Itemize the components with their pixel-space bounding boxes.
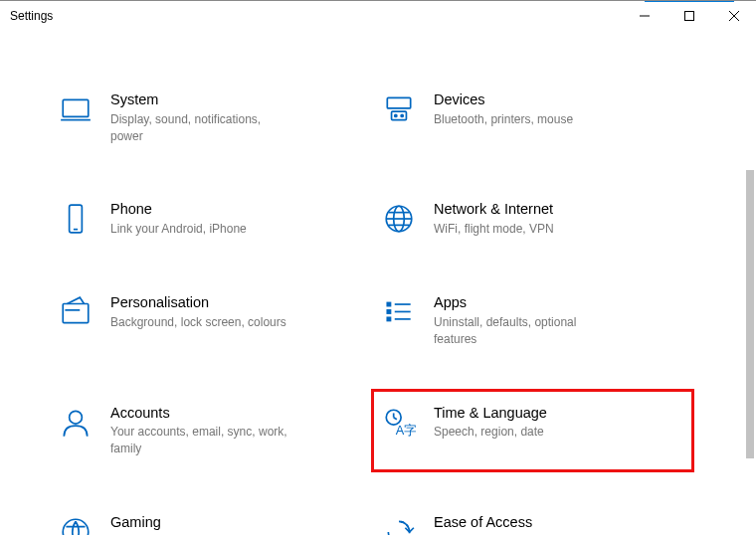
svg-text:A字: A字 <box>396 422 416 437</box>
tile-network[interactable]: Network & Internet WiFi, flight mode, VP… <box>376 190 689 248</box>
window-controls <box>622 1 756 31</box>
svg-rect-6 <box>387 97 410 108</box>
network-icon <box>382 202 416 236</box>
svg-rect-1 <box>684 12 693 21</box>
system-icon <box>59 92 93 126</box>
svg-rect-10 <box>70 206 83 234</box>
tile-personalisation[interactable]: Personalisation Background, lock screen,… <box>53 283 366 357</box>
ease-of-access-icon <box>382 515 416 535</box>
tile-desc: Display, sound, notifications, power <box>110 111 294 145</box>
titlebar: Settings <box>0 1 756 31</box>
accounts-icon <box>59 406 93 440</box>
tile-label: Personalisation <box>110 293 354 312</box>
time-language-icon: A字 <box>382 406 416 440</box>
tile-label: Devices <box>434 90 677 109</box>
svg-rect-4 <box>63 99 89 116</box>
devices-icon <box>382 92 416 126</box>
svg-line-28 <box>394 417 397 419</box>
settings-grid: System Display, sound, notifications, po… <box>53 81 689 535</box>
svg-rect-17 <box>63 304 89 323</box>
tile-label: Phone <box>110 200 354 219</box>
tile-label: Ease of Access <box>434 513 677 532</box>
tile-desc: WiFi, flight mode, VPN <box>434 221 618 238</box>
tile-desc: Your accounts, email, sync, work, family <box>110 424 294 457</box>
gaming-icon <box>59 515 93 535</box>
tile-desc: Background, lock screen, colours <box>110 314 294 331</box>
svg-point-9 <box>401 114 403 116</box>
svg-rect-23 <box>387 317 390 320</box>
svg-point-25 <box>70 411 83 424</box>
close-button[interactable] <box>711 1 756 31</box>
tile-label: Network & Internet <box>434 200 677 219</box>
settings-content: System Display, sound, notifications, po… <box>0 31 742 535</box>
phone-icon <box>59 202 93 236</box>
tile-desc: Link your Android, iPhone <box>110 221 294 238</box>
svg-point-8 <box>395 114 397 116</box>
personalisation-icon <box>59 295 93 329</box>
tile-label: Time & Language <box>434 404 677 423</box>
tile-desc: Speech, region, date <box>434 424 618 441</box>
svg-rect-19 <box>387 303 390 306</box>
tile-time-language[interactable]: A字 Time & Language Speech, region, date <box>376 394 689 467</box>
tile-gaming[interactable]: Gaming <box>53 503 366 535</box>
minimize-button[interactable] <box>622 1 666 31</box>
svg-rect-7 <box>392 111 407 120</box>
tile-phone[interactable]: Phone Link your Android, iPhone <box>53 190 366 248</box>
scrollbar-thumb[interactable] <box>746 170 754 458</box>
tile-label: Gaming <box>110 513 354 532</box>
svg-rect-21 <box>387 310 390 313</box>
tile-devices[interactable]: Devices Bluetooth, printers, mouse <box>376 81 689 154</box>
tile-system[interactable]: System Display, sound, notifications, po… <box>53 81 366 154</box>
apps-icon <box>382 295 416 329</box>
tile-label: Accounts <box>110 404 354 423</box>
window-title: Settings <box>10 9 53 23</box>
tile-label: Apps <box>434 293 677 312</box>
tile-desc: Bluetooth, printers, mouse <box>434 111 618 128</box>
maximize-button[interactable] <box>666 1 711 31</box>
tile-label: System <box>110 90 354 109</box>
tile-desc: Uninstall, defaults, optional features <box>434 314 618 348</box>
tile-ease-of-access[interactable]: Ease of Access <box>376 503 689 535</box>
tile-apps[interactable]: Apps Uninstall, defaults, optional featu… <box>376 283 689 357</box>
tile-accounts[interactable]: Accounts Your accounts, email, sync, wor… <box>53 394 366 467</box>
